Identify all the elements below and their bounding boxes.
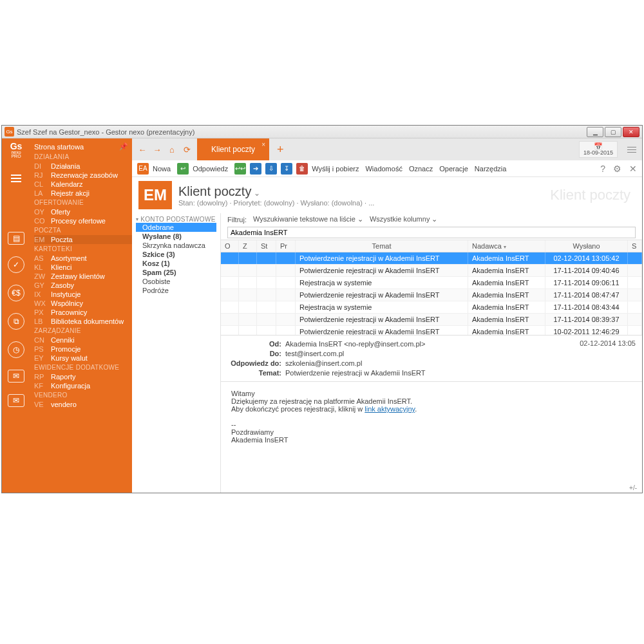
app-icon: Gs	[5, 127, 14, 137]
table-row[interactable]: Rejestracja w systemieAkademia InsERT17-…	[221, 301, 642, 314]
reply-icon[interactable]: ↩	[177, 163, 189, 175]
filter-search-mode[interactable]: Wyszukiwanie tekstowe na liście ⌄	[253, 215, 363, 223]
maximize-button[interactable]: ▢	[605, 127, 621, 137]
nav-item[interactable]: DIDziałania	[34, 162, 132, 171]
chevron-down-icon: ⌄	[254, 189, 260, 198]
filter-columns[interactable]: Wszystkie kolumny ⌄	[370, 215, 438, 223]
new-button[interactable]: Nowa	[153, 165, 173, 173]
nav-item[interactable]: VEvendero	[34, 400, 132, 409]
rail-icon-card[interactable]: ▤	[8, 232, 24, 245]
table-row[interactable]: Potwierdzenie rejestracji w Akademii Ins…	[221, 314, 642, 326]
rail-icon-currency[interactable]: €$	[8, 285, 24, 301]
delete-icon[interactable]: 🗑	[296, 163, 308, 175]
to-value: test@insert.com.pl	[285, 349, 425, 359]
help-icon[interactable]: ?	[600, 164, 605, 174]
tools-menu[interactable]: Narzędzia	[475, 165, 509, 173]
nav-item[interactable]: CLKalendarz	[34, 180, 132, 189]
nav-forward-icon[interactable]: →	[151, 143, 164, 156]
nav-item[interactable]: LARejestr akcji	[34, 189, 132, 198]
new-tab-button[interactable]: +	[273, 143, 288, 156]
folder-item[interactable]: Wysłane (8)	[136, 232, 216, 241]
col-st[interactable]: St	[257, 240, 276, 252]
chevron-down-icon: ⌄	[431, 215, 437, 223]
account-label[interactable]: KONTO PODSTAWOWE	[136, 216, 216, 223]
nav-back-icon[interactable]: ←	[136, 143, 149, 156]
close-button[interactable]: ✕	[623, 127, 639, 137]
col-sent[interactable]: Wysłano	[545, 240, 628, 252]
grid-header[interactable]: O Z St Pr Temat Nadawca▾ Wysłano S	[221, 240, 642, 252]
folder-item[interactable]: Skrzynka nadawcza	[136, 241, 216, 250]
nav-item[interactable]: GYZasoby	[34, 281, 132, 290]
col-sender[interactable]: Nadawca▾	[468, 240, 545, 252]
new-mail-icon[interactable]: EA	[137, 163, 149, 175]
table-row[interactable]: Potwierdzenie rejestracji w Akademii Ins…	[221, 265, 642, 277]
rail-icon-check[interactable]: ✓	[8, 256, 24, 273]
table-row[interactable]: Rejestracja w systemieAkademia InsERT17-…	[221, 277, 642, 289]
table-row[interactable]: Potwierdzenie rejestracji w Akademii Ins…	[221, 326, 642, 335]
nav-item[interactable]: EYKursy walut	[34, 354, 132, 363]
col-subject[interactable]: Temat	[296, 240, 468, 252]
menu-icon[interactable]	[10, 174, 23, 183]
folder-item[interactable]: Spam (25)	[136, 268, 216, 277]
page-title[interactable]: Klient poczty⌄	[178, 184, 374, 199]
nav-item[interactable]: COProcesy ofertowe	[34, 216, 132, 225]
minimize-button[interactable]: ▁	[587, 127, 603, 137]
menu-button[interactable]	[625, 147, 638, 153]
settings-icon[interactable]: ⚙	[613, 164, 621, 174]
col-pr[interactable]: Pr	[276, 240, 296, 252]
nav-refresh-icon[interactable]: ⟳	[180, 143, 193, 156]
message-menu[interactable]: Wiadomość	[365, 165, 404, 173]
nav-home[interactable]: Strona startowa	[34, 143, 84, 151]
nav-item[interactable]: KFKonfiguracja	[34, 381, 132, 390]
nav-item[interactable]: IXInstytucje	[34, 290, 132, 299]
move-icon[interactable]: ↧	[281, 163, 292, 175]
nav-item[interactable]: RPRaporty	[34, 372, 132, 381]
send-receive-button[interactable]: Wyślij i pobierz	[312, 165, 361, 173]
reply-button[interactable]: Odpowiedz	[193, 165, 231, 173]
folder-item[interactable]: Osobiste	[136, 277, 216, 286]
titlebar[interactable]: Gs Szef Szef na Gestor_nexo - Gestor nex…	[2, 126, 642, 138]
nav-item[interactable]: KLKlienci	[34, 263, 132, 272]
nav-item[interactable]: WXWspólnicy	[34, 299, 132, 308]
operations-menu[interactable]: Operacje	[439, 165, 471, 173]
search-input[interactable]	[227, 227, 636, 238]
col-s[interactable]: S	[628, 240, 642, 252]
nav-item[interactable]: ZWZestawy klientów	[34, 272, 132, 281]
archive-icon[interactable]: ⇩	[265, 163, 277, 175]
mark-menu[interactable]: Oznacz	[409, 165, 435, 173]
tab-close-icon[interactable]: ×	[261, 141, 265, 148]
panel-close-icon[interactable]: ✕	[629, 164, 637, 174]
nav-item[interactable]: PXPracownicy	[34, 308, 132, 317]
table-row[interactable]: Potwierdzenie rejestracji w Akademii Ins…	[221, 252, 642, 265]
folder-item[interactable]: Odebrane	[136, 223, 216, 232]
pin-icon[interactable]: 📌	[119, 142, 128, 151]
message-body: Witamy Dziękujemy za rejestrację na plat…	[221, 381, 642, 484]
rail-icon-mail-open[interactable]: ✉	[8, 370, 24, 383]
toolbar: EA Nowa ↩ Odpowiedz ↩↩ ➔ ⇩ ↧ 🗑 Wyślij i …	[132, 160, 642, 177]
reply-all-icon[interactable]: ↩↩	[234, 163, 246, 175]
rail-icon-mail[interactable]: ✉	[8, 394, 24, 407]
nav-item[interactable]: LBBiblioteka dokumentów	[34, 317, 132, 326]
date-widget[interactable]: 📅 18-09-2015	[579, 141, 618, 158]
tab-active[interactable]: Klient poczty ×	[197, 138, 269, 160]
folder-item[interactable]: Kosz (1)	[136, 259, 216, 268]
nav-home-icon[interactable]: ⌂	[166, 143, 178, 156]
rail-icon-timer[interactable]: ◷	[8, 341, 24, 358]
nav-item[interactable]: EMPoczta	[34, 235, 132, 244]
col-z[interactable]: Z	[239, 240, 257, 252]
filter-label: Filtruj:	[227, 216, 247, 223]
nav-item[interactable]: OYOferty	[34, 207, 132, 216]
nav-item[interactable]: ASAsortyment	[34, 254, 132, 263]
page-header: EM Klient poczty⌄ Stan: (dowolny) · Prio…	[132, 177, 642, 213]
activation-link[interactable]: link aktywacyjny	[365, 405, 415, 413]
col-o[interactable]: O	[221, 240, 239, 252]
folder-item[interactable]: Podróże	[136, 286, 216, 295]
folder-item[interactable]: Szkice (3)	[136, 250, 216, 259]
nav-item[interactable]: RJRezerwacje zasobów	[34, 171, 132, 180]
preview-toggle[interactable]: +/-	[221, 484, 642, 493]
table-row[interactable]: Potwierdzenie rejestracji w Akademii Ins…	[221, 289, 642, 301]
rail-icon-calendar[interactable]: ⧉	[8, 313, 24, 330]
nav-item[interactable]: PSPromocje	[34, 345, 132, 354]
forward-icon[interactable]: ➔	[250, 163, 261, 175]
nav-item[interactable]: CNCenniki	[34, 336, 132, 345]
